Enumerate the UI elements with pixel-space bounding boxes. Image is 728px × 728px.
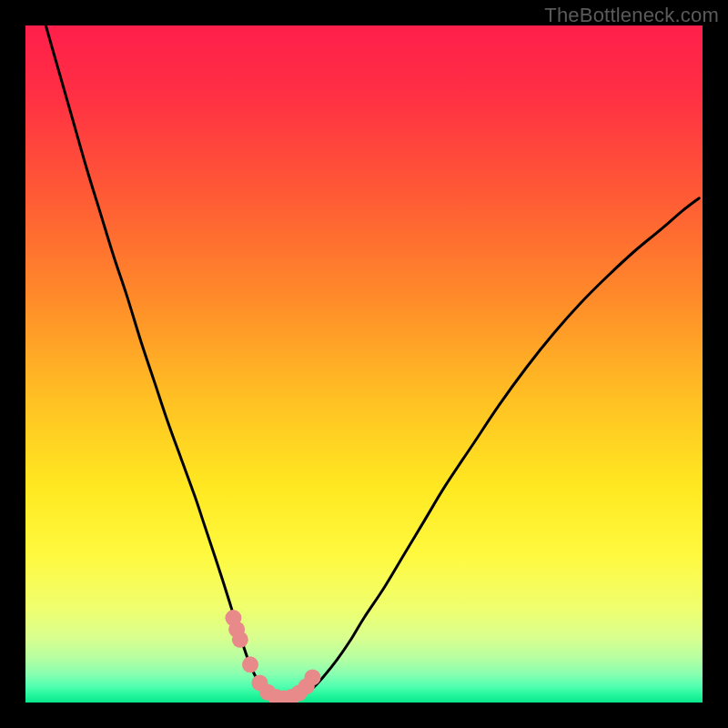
plot-area xyxy=(25,25,703,703)
watermark-text: TheBottleneck.com xyxy=(544,4,719,27)
chart-svg xyxy=(25,25,703,703)
data-marker xyxy=(232,632,248,648)
data-marker xyxy=(304,669,320,685)
gradient-background xyxy=(25,25,703,703)
chart-frame: TheBottleneck.com xyxy=(0,0,728,728)
data-marker xyxy=(242,656,258,672)
